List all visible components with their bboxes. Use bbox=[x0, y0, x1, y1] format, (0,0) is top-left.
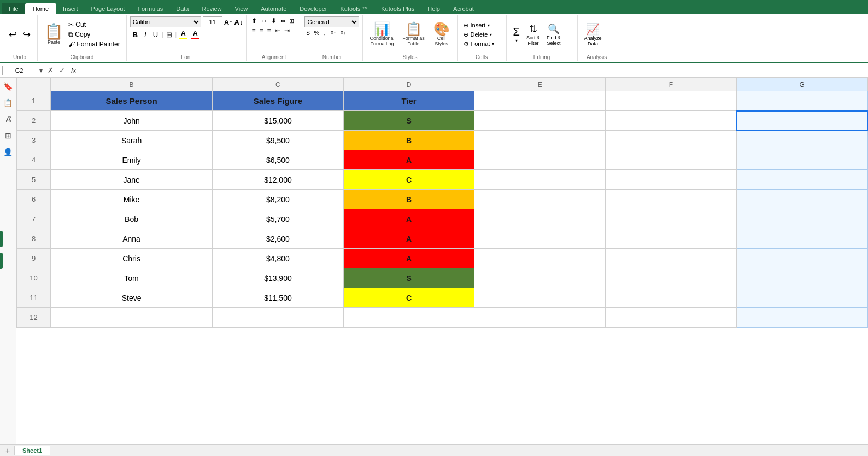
cell-d12[interactable] bbox=[343, 308, 474, 328]
redo-button[interactable]: ↪ bbox=[20, 27, 33, 42]
cell-f10[interactable] bbox=[606, 268, 737, 288]
cell-c4[interactable]: $6,500 bbox=[213, 150, 344, 170]
cell-b2[interactable]: John bbox=[51, 111, 213, 131]
cell-e2[interactable] bbox=[474, 111, 606, 131]
col-header-g[interactable]: G bbox=[736, 78, 867, 91]
cell-c1[interactable]: Sales Figure bbox=[213, 91, 344, 111]
find-select-button[interactable]: 🔍 Find & Select bbox=[544, 22, 563, 47]
border-button[interactable]: ⊞ bbox=[165, 30, 174, 39]
cell-f9[interactable] bbox=[606, 249, 737, 268]
cell-b9[interactable]: Chris bbox=[51, 249, 213, 268]
cell-c7[interactable]: $5,700 bbox=[213, 209, 344, 229]
row-number[interactable]: 8 bbox=[17, 229, 51, 249]
align-middle-button[interactable]: ↔ bbox=[259, 16, 269, 25]
tab-file[interactable]: File bbox=[2, 3, 25, 14]
font-size-input[interactable] bbox=[203, 16, 222, 27]
cell-g4[interactable] bbox=[736, 150, 867, 170]
cell-d4[interactable]: A bbox=[343, 150, 474, 170]
tab-home[interactable]: Home bbox=[25, 3, 56, 14]
row-number[interactable]: 4 bbox=[17, 150, 51, 170]
cell-c9[interactable]: $4,800 bbox=[213, 249, 344, 268]
cell-g5[interactable] bbox=[736, 170, 867, 190]
row-number[interactable]: 1 bbox=[17, 91, 51, 111]
cell-b4[interactable]: Emily bbox=[51, 150, 213, 170]
cell-d7[interactable]: A bbox=[343, 209, 474, 229]
cell-e10[interactable] bbox=[474, 268, 606, 288]
align-right-button[interactable]: ≡ bbox=[266, 26, 273, 35]
cell-f6[interactable] bbox=[606, 190, 737, 209]
left-panel-icon-5[interactable]: 👤 bbox=[1, 144, 16, 160]
format-painter-button[interactable]: 🖌 Format Painter bbox=[67, 40, 122, 49]
cell-g7[interactable] bbox=[736, 209, 867, 229]
formula-input[interactable] bbox=[80, 67, 866, 74]
col-header-e[interactable]: E bbox=[474, 78, 606, 91]
paste-button[interactable]: 📋 Paste bbox=[42, 23, 66, 46]
row-number[interactable]: 9 bbox=[17, 249, 51, 268]
cell-c10[interactable]: $13,900 bbox=[213, 268, 344, 288]
add-sheet-button[interactable]: + bbox=[2, 446, 13, 455]
cell-e9[interactable] bbox=[474, 249, 606, 268]
cell-f12[interactable] bbox=[606, 308, 737, 328]
col-header-c[interactable]: C bbox=[213, 78, 344, 91]
grow-font-button[interactable]: A↑ bbox=[224, 18, 233, 26]
cell-f4[interactable] bbox=[606, 150, 737, 170]
cell-c8[interactable]: $2,600 bbox=[213, 229, 344, 249]
tab-help[interactable]: Help bbox=[421, 3, 447, 14]
font-name-select[interactable]: Calibri bbox=[130, 16, 201, 27]
fill-color-button[interactable]: A bbox=[178, 29, 189, 40]
bold-button[interactable]: B bbox=[130, 30, 140, 40]
cell-c2[interactable]: $15,000 bbox=[213, 111, 344, 131]
cell-f5[interactable] bbox=[606, 170, 737, 190]
cell-f2[interactable] bbox=[606, 111, 737, 131]
font-color-button[interactable]: A bbox=[190, 29, 201, 40]
formula-bar-function-icon[interactable]: fx bbox=[69, 67, 78, 74]
cell-g8[interactable] bbox=[736, 229, 867, 249]
left-panel-icon-1[interactable]: 🔖 bbox=[1, 79, 16, 94]
row-number[interactable]: 10 bbox=[17, 268, 51, 288]
cell-b11[interactable]: Steve bbox=[51, 288, 213, 308]
cell-e11[interactable] bbox=[474, 288, 606, 308]
cell-b3[interactable]: Sarah bbox=[51, 131, 213, 150]
cell-f3[interactable] bbox=[606, 131, 737, 150]
col-header-b[interactable]: B bbox=[51, 78, 213, 91]
cell-c11[interactable]: $11,500 bbox=[213, 288, 344, 308]
number-format-select[interactable]: General bbox=[304, 16, 359, 27]
cell-e4[interactable] bbox=[474, 150, 606, 170]
cell-d6[interactable]: B bbox=[343, 190, 474, 209]
sort-filter-button[interactable]: ⇅ Sort & Filter bbox=[524, 22, 542, 47]
align-left-button[interactable]: ≡ bbox=[250, 26, 257, 35]
row-number[interactable]: 7 bbox=[17, 209, 51, 229]
left-panel-icon-2[interactable]: 📋 bbox=[1, 95, 16, 110]
cell-g12[interactable] bbox=[736, 308, 867, 328]
cell-d2[interactable]: S bbox=[343, 111, 474, 131]
conditional-formatting-button[interactable]: 📊 Conditional Formatting bbox=[367, 21, 396, 48]
cell-g3[interactable] bbox=[736, 131, 867, 150]
underline-button[interactable]: U bbox=[150, 30, 161, 40]
cell-c6[interactable]: $8,200 bbox=[213, 190, 344, 209]
format-as-table-button[interactable]: 📋 Format as Table bbox=[400, 21, 427, 48]
cell-g6[interactable] bbox=[736, 190, 867, 209]
row-number[interactable]: 11 bbox=[17, 288, 51, 308]
cell-f7[interactable] bbox=[606, 209, 737, 229]
insert-cells-button[interactable]: ⊕Insert▾ bbox=[462, 21, 502, 30]
tab-data[interactable]: Data bbox=[169, 3, 195, 14]
formula-bar-expand[interactable]: ▾ bbox=[38, 67, 44, 74]
cell-g9[interactable] bbox=[736, 249, 867, 268]
align-center-button[interactable]: ≡ bbox=[258, 26, 265, 35]
cell-f1[interactable] bbox=[606, 91, 737, 111]
cell-styles-button[interactable]: 🎨 Cell Styles bbox=[431, 21, 453, 48]
cell-c12[interactable] bbox=[213, 308, 344, 328]
align-top-button[interactable]: ⬆ bbox=[250, 16, 259, 25]
tab-acrobat[interactable]: Acrobat bbox=[447, 3, 480, 14]
cell-e1[interactable] bbox=[474, 91, 606, 111]
cell-b8[interactable]: Anna bbox=[51, 229, 213, 249]
cell-b1[interactable]: Sales Person bbox=[51, 91, 213, 111]
analyze-data-button[interactable]: 📈 Analyze Data bbox=[582, 21, 604, 48]
cell-b10[interactable]: Tom bbox=[51, 268, 213, 288]
left-panel-icon-3[interactable]: 🖨 bbox=[1, 112, 16, 127]
tab-review[interactable]: Review bbox=[195, 3, 228, 14]
cell-f8[interactable] bbox=[606, 229, 737, 249]
format-cells-button[interactable]: ⚙Format▾ bbox=[462, 40, 502, 48]
shrink-font-button[interactable]: A↓ bbox=[234, 18, 243, 26]
cell-d10[interactable]: S bbox=[343, 268, 474, 288]
